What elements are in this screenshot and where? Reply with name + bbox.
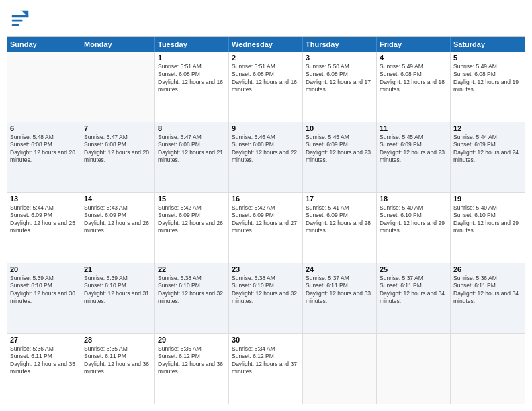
day-number: 8 (158, 124, 226, 132)
day-number: 19 (453, 195, 522, 203)
day-cell-4: 4Sunrise: 5:49 AM Sunset: 6:08 PM Daylig… (377, 52, 451, 122)
page: SundayMondayTuesdayWednesdayThursdayFrid… (0, 0, 532, 411)
logo (11, 9, 32, 28)
day-info: Sunrise: 5:49 AM Sunset: 6:08 PM Dayligh… (380, 63, 447, 94)
calendar-row-2: 13Sunrise: 5:44 AM Sunset: 6:09 PM Dayli… (7, 193, 525, 263)
day-info: Sunrise: 5:37 AM Sunset: 6:11 PM Dayligh… (380, 275, 447, 306)
day-number: 15 (158, 195, 226, 203)
calendar: SundayMondayTuesdayWednesdayThursdayFrid… (7, 36, 525, 404)
day-info: Sunrise: 5:48 AM Sunset: 6:08 PM Dayligh… (10, 134, 78, 165)
day-cell-10: 10Sunrise: 5:45 AM Sunset: 6:09 PM Dayli… (303, 122, 377, 192)
day-cell-1: 1Sunrise: 5:51 AM Sunset: 6:08 PM Daylig… (155, 52, 229, 122)
header-day-friday: Friday (377, 37, 451, 52)
day-cell-11: 11Sunrise: 5:45 AM Sunset: 6:09 PM Dayli… (377, 122, 451, 192)
header-day-tuesday: Tuesday (155, 37, 229, 52)
day-cell-29: 29Sunrise: 5:35 AM Sunset: 6:12 PM Dayli… (155, 334, 229, 404)
svg-rect-2 (12, 20, 23, 22)
day-info: Sunrise: 5:38 AM Sunset: 6:10 PM Dayligh… (158, 275, 226, 306)
day-cell-28: 28Sunrise: 5:35 AM Sunset: 6:11 PM Dayli… (81, 334, 155, 404)
day-number: 26 (453, 265, 522, 273)
day-cell-15: 15Sunrise: 5:42 AM Sunset: 6:09 PM Dayli… (155, 193, 229, 263)
day-info: Sunrise: 5:50 AM Sunset: 6:08 PM Dayligh… (306, 63, 373, 94)
calendar-row-1: 6Sunrise: 5:48 AM Sunset: 6:08 PM Daylig… (7, 122, 525, 193)
day-info: Sunrise: 5:51 AM Sunset: 6:08 PM Dayligh… (232, 63, 300, 94)
day-cell-30: 30Sunrise: 5:34 AM Sunset: 6:12 PM Dayli… (229, 334, 303, 404)
day-cell-17: 17Sunrise: 5:41 AM Sunset: 6:09 PM Dayli… (303, 193, 377, 263)
calendar-row-0: 1Sunrise: 5:51 AM Sunset: 6:08 PM Daylig… (7, 52, 525, 122)
day-cell-22: 22Sunrise: 5:38 AM Sunset: 6:10 PM Dayli… (155, 263, 229, 333)
day-cell-26: 26Sunrise: 5:36 AM Sunset: 6:11 PM Dayli… (451, 263, 525, 333)
day-cell-21: 21Sunrise: 5:39 AM Sunset: 6:10 PM Dayli… (81, 263, 155, 333)
day-number: 2 (232, 54, 300, 62)
calendar-row-3: 20Sunrise: 5:39 AM Sunset: 6:10 PM Dayli… (7, 263, 525, 334)
day-cell-7: 7Sunrise: 5:47 AM Sunset: 6:08 PM Daylig… (81, 122, 155, 192)
day-info: Sunrise: 5:44 AM Sunset: 6:09 PM Dayligh… (10, 204, 78, 235)
day-info: Sunrise: 5:44 AM Sunset: 6:09 PM Dayligh… (453, 134, 522, 165)
day-cell-16: 16Sunrise: 5:42 AM Sunset: 6:09 PM Dayli… (229, 193, 303, 263)
day-number: 13 (10, 195, 78, 203)
day-number: 11 (380, 124, 447, 132)
day-info: Sunrise: 5:41 AM Sunset: 6:09 PM Dayligh… (306, 204, 373, 235)
day-info: Sunrise: 5:42 AM Sunset: 6:09 PM Dayligh… (232, 204, 300, 235)
day-number: 1 (158, 54, 226, 62)
day-cell-14: 14Sunrise: 5:43 AM Sunset: 6:09 PM Dayli… (81, 193, 155, 263)
header (7, 7, 525, 31)
day-number: 16 (232, 195, 300, 203)
day-number: 9 (232, 124, 300, 132)
day-cell-20: 20Sunrise: 5:39 AM Sunset: 6:10 PM Dayli… (7, 263, 81, 333)
day-number: 10 (306, 124, 373, 132)
day-info: Sunrise: 5:47 AM Sunset: 6:08 PM Dayligh… (84, 134, 152, 165)
day-number: 23 (232, 265, 300, 273)
svg-rect-0 (12, 15, 29, 18)
day-info: Sunrise: 5:35 AM Sunset: 6:12 PM Dayligh… (158, 345, 226, 376)
header-day-wednesday: Wednesday (229, 37, 303, 52)
day-number: 27 (10, 336, 78, 344)
day-cell-6: 6Sunrise: 5:48 AM Sunset: 6:08 PM Daylig… (7, 122, 81, 192)
day-cell-24: 24Sunrise: 5:37 AM Sunset: 6:11 PM Dayli… (303, 263, 377, 333)
day-number: 7 (84, 124, 152, 132)
day-number: 18 (380, 195, 447, 203)
day-info: Sunrise: 5:37 AM Sunset: 6:11 PM Dayligh… (306, 275, 373, 306)
calendar-row-4: 27Sunrise: 5:36 AM Sunset: 6:11 PM Dayli… (7, 334, 525, 404)
day-number: 6 (10, 124, 78, 132)
day-cell-13: 13Sunrise: 5:44 AM Sunset: 6:09 PM Dayli… (7, 193, 81, 263)
day-info: Sunrise: 5:51 AM Sunset: 6:08 PM Dayligh… (158, 63, 226, 94)
day-number: 24 (306, 265, 373, 273)
day-number: 30 (232, 336, 300, 344)
empty-cell (377, 334, 451, 404)
day-number: 20 (10, 265, 78, 273)
day-info: Sunrise: 5:40 AM Sunset: 6:10 PM Dayligh… (453, 204, 522, 235)
day-number: 22 (158, 265, 226, 273)
day-info: Sunrise: 5:47 AM Sunset: 6:08 PM Dayligh… (158, 134, 226, 165)
day-info: Sunrise: 5:49 AM Sunset: 6:08 PM Dayligh… (453, 63, 522, 94)
day-cell-19: 19Sunrise: 5:40 AM Sunset: 6:10 PM Dayli… (451, 193, 525, 263)
empty-cell (81, 52, 155, 122)
calendar-header: SundayMondayTuesdayWednesdayThursdayFrid… (7, 37, 525, 52)
day-info: Sunrise: 5:40 AM Sunset: 6:10 PM Dayligh… (380, 204, 447, 235)
day-cell-5: 5Sunrise: 5:49 AM Sunset: 6:08 PM Daylig… (451, 52, 525, 122)
day-cell-9: 9Sunrise: 5:46 AM Sunset: 6:08 PM Daylig… (229, 122, 303, 192)
calendar-body: 1Sunrise: 5:51 AM Sunset: 6:08 PM Daylig… (7, 52, 525, 404)
header-day-thursday: Thursday (303, 37, 377, 52)
empty-cell (7, 52, 81, 122)
day-number: 3 (306, 54, 373, 62)
day-cell-2: 2Sunrise: 5:51 AM Sunset: 6:08 PM Daylig… (229, 52, 303, 122)
day-cell-12: 12Sunrise: 5:44 AM Sunset: 6:09 PM Dayli… (451, 122, 525, 192)
day-number: 5 (453, 54, 522, 62)
day-number: 4 (380, 54, 447, 62)
day-cell-8: 8Sunrise: 5:47 AM Sunset: 6:08 PM Daylig… (155, 122, 229, 192)
day-number: 21 (84, 265, 152, 273)
day-info: Sunrise: 5:35 AM Sunset: 6:11 PM Dayligh… (84, 345, 152, 376)
header-day-monday: Monday (81, 37, 155, 52)
svg-rect-3 (12, 24, 19, 26)
header-day-sunday: Sunday (7, 37, 81, 52)
day-info: Sunrise: 5:36 AM Sunset: 6:11 PM Dayligh… (453, 275, 522, 306)
day-cell-3: 3Sunrise: 5:50 AM Sunset: 6:08 PM Daylig… (303, 52, 377, 122)
day-info: Sunrise: 5:39 AM Sunset: 6:10 PM Dayligh… (84, 275, 152, 306)
day-number: 29 (158, 336, 226, 344)
day-number: 25 (380, 265, 447, 273)
day-cell-18: 18Sunrise: 5:40 AM Sunset: 6:10 PM Dayli… (377, 193, 451, 263)
day-info: Sunrise: 5:34 AM Sunset: 6:12 PM Dayligh… (232, 345, 300, 376)
day-number: 28 (84, 336, 152, 344)
day-info: Sunrise: 5:45 AM Sunset: 6:09 PM Dayligh… (380, 134, 447, 165)
